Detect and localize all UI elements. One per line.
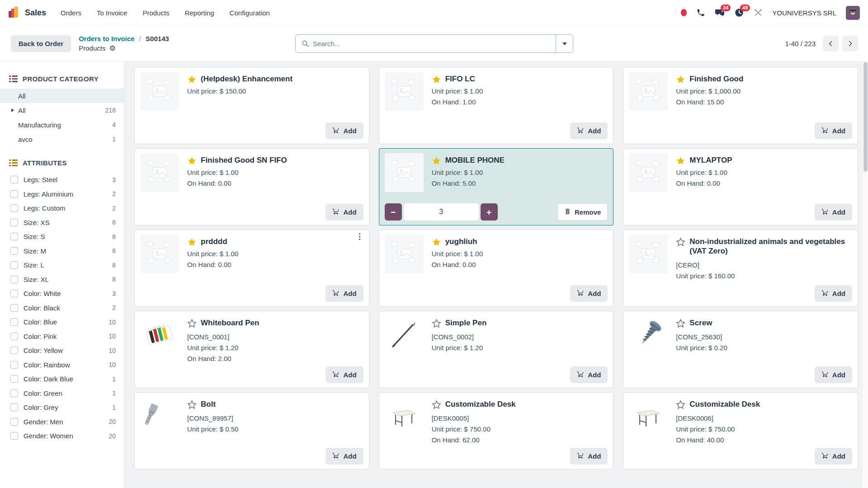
nav-item-configuration[interactable]: Configuration xyxy=(230,9,270,17)
attribute-checkbox[interactable] xyxy=(10,204,18,212)
attribute-checkbox[interactable] xyxy=(10,404,18,411)
nav-item-to-invoice[interactable]: To Invoice xyxy=(97,9,127,17)
add-button[interactable]: Add xyxy=(570,122,608,139)
favorite-star-icon[interactable] xyxy=(187,156,197,165)
messages-icon[interactable]: 34 xyxy=(715,8,725,18)
scrollbar-track[interactable] xyxy=(862,61,868,488)
add-button[interactable]: Add xyxy=(326,122,363,139)
attribute-checkbox[interactable] xyxy=(10,219,18,226)
add-button[interactable]: Add xyxy=(326,285,363,302)
nav-item-reporting[interactable]: Reporting xyxy=(185,9,214,17)
search-input[interactable] xyxy=(313,40,556,47)
attribute-filter-item[interactable]: Color: Pink10 xyxy=(0,329,124,344)
breadcrumb-link[interactable]: Orders to Invoice xyxy=(79,35,134,42)
attribute-checkbox[interactable] xyxy=(10,176,18,183)
favorite-star-icon[interactable] xyxy=(187,75,197,84)
attribute-filter-item[interactable]: Color: Dark Blue1 xyxy=(0,372,124,386)
attribute-filter-item[interactable]: Color: Black2 xyxy=(0,301,124,315)
attribute-checkbox[interactable] xyxy=(10,318,18,326)
attribute-filter-item[interactable]: Size: XS8 xyxy=(0,216,124,230)
category-item[interactable]: Manufacturing4 xyxy=(0,117,124,132)
attribute-checkbox[interactable] xyxy=(10,432,18,440)
add-button[interactable]: Add xyxy=(815,366,852,383)
phone-icon[interactable] xyxy=(696,8,705,17)
attribute-checkbox[interactable] xyxy=(10,347,18,354)
quantity-increase-button[interactable]: + xyxy=(481,203,498,221)
app-name[interactable]: Sales xyxy=(25,8,46,18)
quantity-input[interactable] xyxy=(404,203,479,221)
add-button[interactable]: Add xyxy=(326,204,363,221)
add-button[interactable]: Add xyxy=(815,122,852,139)
product-card[interactable]: Simple Pen[CONS_0002]Unit price: $ 1.20A… xyxy=(379,311,614,388)
attribute-filter-item[interactable]: Color: Blue10 xyxy=(0,315,124,329)
favorite-star-icon[interactable] xyxy=(187,400,197,409)
add-button[interactable]: Add xyxy=(815,448,852,465)
add-button[interactable]: Add xyxy=(326,366,363,383)
add-button[interactable]: Add xyxy=(570,448,608,465)
pager-previous-button[interactable] xyxy=(823,36,839,52)
attribute-filter-item[interactable]: Color: Rainbow10 xyxy=(0,358,124,372)
favorite-star-icon[interactable] xyxy=(676,237,685,247)
attribute-checkbox[interactable] xyxy=(10,375,18,383)
product-card[interactable]: MYLAPTOPUnit price: $ 1.00On Hand: 0.00A… xyxy=(623,148,858,225)
favorite-star-icon[interactable] xyxy=(676,75,685,84)
product-card[interactable]: Customizable Desk[DESK0006]Unit price: $… xyxy=(623,392,858,469)
nav-item-products[interactable]: Products xyxy=(142,9,169,17)
add-button[interactable]: Add xyxy=(815,204,852,221)
user-avatar[interactable] xyxy=(846,6,860,20)
attribute-filter-item[interactable]: Size: XL8 xyxy=(0,272,124,287)
category-item[interactable]: avco1 xyxy=(0,132,124,146)
product-card[interactable]: (Helpdesk) EnhancementUnit price: $ 150.… xyxy=(134,67,369,144)
scrollbar-thumb[interactable] xyxy=(863,62,868,172)
app-switcher[interactable]: Sales xyxy=(8,6,46,20)
view-settings-gear-icon[interactable]: ⚙ xyxy=(109,44,115,52)
favorite-star-icon[interactable] xyxy=(432,400,441,409)
favorite-star-icon[interactable] xyxy=(432,156,441,165)
favorite-star-icon[interactable] xyxy=(676,156,685,165)
pager-next-button[interactable] xyxy=(842,36,858,52)
attribute-filter-item[interactable]: Size: S8 xyxy=(0,230,124,244)
product-card[interactable]: Whiteboard Pen[CONS_0001]Unit price: $ 1… xyxy=(134,311,369,388)
favorite-star-icon[interactable] xyxy=(676,400,685,409)
attribute-filter-item[interactable]: Color: Yellow10 xyxy=(0,343,124,358)
attribute-checkbox[interactable] xyxy=(10,247,18,255)
product-card[interactable]: ⋮prddddUnit price: $ 1.00On Hand: 0.00Ad… xyxy=(134,230,369,307)
attribute-filter-item[interactable]: Legs: Aluminium2 xyxy=(0,187,124,202)
attribute-checkbox[interactable] xyxy=(10,418,18,426)
product-card[interactable]: Customizable Desk[DESK0005]Unit price: $… xyxy=(379,392,614,469)
product-card[interactable]: Finished GoodUnit price: $ 1,000.00On Ha… xyxy=(623,67,858,144)
favorite-star-icon[interactable] xyxy=(187,237,197,247)
search-dropdown-toggle[interactable] xyxy=(556,35,573,52)
product-card[interactable]: Screw[CONS_25630]Unit price: $ 0.20Add xyxy=(623,311,858,388)
add-button[interactable]: Add xyxy=(326,448,363,465)
attribute-checkbox[interactable] xyxy=(10,333,18,340)
attribute-filter-item[interactable]: Gender: Men20 xyxy=(0,415,124,429)
kebab-menu-icon[interactable]: ⋮ xyxy=(356,233,363,241)
favorite-star-icon[interactable] xyxy=(432,319,441,328)
attribute-checkbox[interactable] xyxy=(10,361,18,369)
attribute-checkbox[interactable] xyxy=(10,190,18,198)
category-item[interactable]: All xyxy=(0,89,124,103)
activities-clock-icon[interactable]: 49 xyxy=(734,8,744,18)
attribute-filter-item[interactable]: Gender: Women20 xyxy=(0,429,124,443)
attribute-filter-item[interactable]: Color: Grey1 xyxy=(0,400,124,415)
attribute-checkbox[interactable] xyxy=(10,304,18,312)
quantity-decrease-button[interactable]: − xyxy=(385,203,402,221)
attribute-filter-item[interactable]: Legs: Custom2 xyxy=(0,201,124,216)
back-to-order-button[interactable]: Back to Order xyxy=(11,35,71,52)
favorite-star-icon[interactable] xyxy=(676,319,685,328)
nav-item-orders[interactable]: Orders xyxy=(61,9,81,17)
tools-icon[interactable] xyxy=(754,8,763,17)
attribute-checkbox[interactable] xyxy=(10,389,18,397)
add-button[interactable]: Add xyxy=(815,285,852,302)
attribute-filter-item[interactable]: Legs: Steel3 xyxy=(0,173,124,187)
product-card[interactable]: MOBILE PHONEUnit price: $ 1.00On Hand: 5… xyxy=(379,148,614,225)
product-card[interactable]: yughliuhUnit price: $ 1.00On Hand: 0.00A… xyxy=(379,230,614,307)
attribute-checkbox[interactable] xyxy=(10,276,18,283)
product-card[interactable]: Bolt[CONS_89957]Unit price: $ 0.50Add xyxy=(134,392,369,469)
category-item[interactable]: All218 xyxy=(0,103,124,117)
expand-caret-icon[interactable] xyxy=(11,108,14,112)
attribute-filter-item[interactable]: Color: Green1 xyxy=(0,386,124,401)
status-indicator-icon[interactable] xyxy=(681,9,687,16)
attribute-filter-item[interactable]: Size: M8 xyxy=(0,244,124,258)
